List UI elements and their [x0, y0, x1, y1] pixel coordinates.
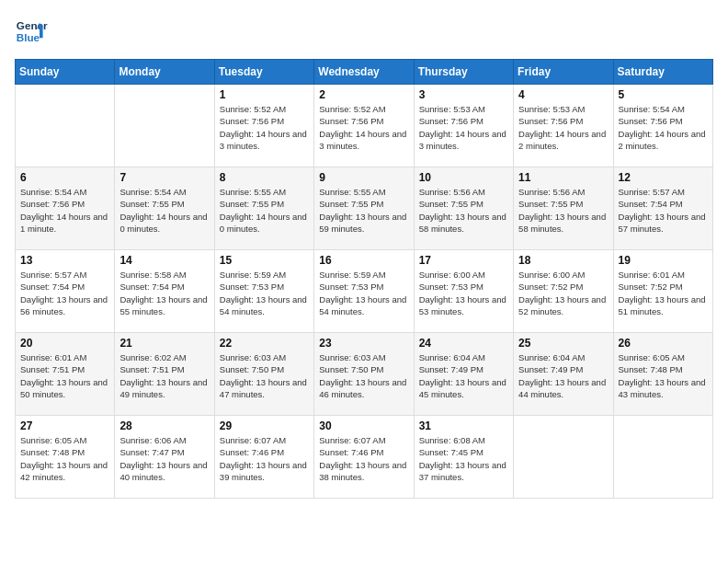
day-number: 19 — [619, 254, 708, 267]
calendar-day-cell: 2Sunrise: 5:52 AM Sunset: 7:56 PM Daylig… — [314, 85, 414, 167]
day-number: 17 — [419, 254, 508, 267]
day-info: Sunrise: 5:54 AM Sunset: 7:56 PM Dayligh… — [619, 103, 708, 152]
day-info: Sunrise: 5:53 AM Sunset: 7:56 PM Dayligh… — [518, 103, 608, 152]
day-info: Sunrise: 5:59 AM Sunset: 7:53 PM Dayligh… — [220, 269, 309, 317]
calendar-day-cell: 15Sunrise: 5:59 AM Sunset: 7:53 PM Dayli… — [214, 250, 313, 333]
day-number: 29 — [220, 419, 309, 432]
weekday-header-cell: Sunday — [16, 60, 115, 85]
day-info: Sunrise: 6:06 AM Sunset: 7:47 PM Dayligh… — [119, 434, 209, 483]
calendar-day-cell: 7Sunrise: 5:54 AM Sunset: 7:55 PM Daylig… — [115, 167, 214, 250]
logo: General Blue — [15, 15, 48, 48]
calendar-day-cell: 31Sunrise: 6:08 AM Sunset: 7:45 PM Dayli… — [414, 416, 513, 499]
day-number: 15 — [220, 254, 309, 267]
day-number: 18 — [518, 254, 608, 267]
day-number: 16 — [319, 254, 408, 267]
day-number: 11 — [518, 171, 608, 184]
day-number: 25 — [518, 337, 608, 350]
weekday-header-cell: Friday — [514, 60, 613, 85]
svg-text:Blue: Blue — [17, 31, 40, 43]
calendar-day-cell — [613, 416, 712, 499]
day-number: 7 — [119, 171, 209, 184]
calendar-day-cell: 30Sunrise: 6:07 AM Sunset: 7:46 PM Dayli… — [314, 416, 414, 499]
day-info: Sunrise: 5:57 AM Sunset: 7:54 PM Dayligh… — [619, 186, 708, 235]
day-number: 12 — [619, 171, 708, 184]
calendar-day-cell: 25Sunrise: 6:04 AM Sunset: 7:49 PM Dayli… — [514, 333, 613, 416]
day-number: 23 — [319, 337, 408, 350]
header: General Blue — [15, 15, 713, 48]
calendar-week-row: 20Sunrise: 6:01 AM Sunset: 7:51 PM Dayli… — [16, 333, 713, 416]
calendar-day-cell: 24Sunrise: 6:04 AM Sunset: 7:49 PM Dayli… — [414, 333, 513, 416]
day-info: Sunrise: 6:02 AM Sunset: 7:51 PM Dayligh… — [119, 351, 209, 400]
day-number: 8 — [220, 171, 309, 184]
calendar-day-cell: 18Sunrise: 6:00 AM Sunset: 7:52 PM Dayli… — [514, 250, 613, 333]
day-number: 1 — [220, 88, 309, 101]
calendar-day-cell: 16Sunrise: 5:59 AM Sunset: 7:53 PM Dayli… — [314, 250, 414, 333]
day-info: Sunrise: 5:54 AM Sunset: 7:55 PM Dayligh… — [119, 186, 209, 235]
day-info: Sunrise: 5:55 AM Sunset: 7:55 PM Dayligh… — [319, 186, 408, 235]
calendar-day-cell: 20Sunrise: 6:01 AM Sunset: 7:51 PM Dayli… — [16, 333, 115, 416]
calendar-day-cell: 9Sunrise: 5:55 AM Sunset: 7:55 PM Daylig… — [314, 167, 414, 250]
weekday-header-cell: Tuesday — [214, 60, 313, 85]
day-info: Sunrise: 5:54 AM Sunset: 7:56 PM Dayligh… — [20, 186, 109, 235]
calendar-day-cell: 8Sunrise: 5:55 AM Sunset: 7:55 PM Daylig… — [214, 167, 313, 250]
calendar-body: 1Sunrise: 5:52 AM Sunset: 7:56 PM Daylig… — [16, 85, 713, 499]
day-number: 6 — [20, 171, 109, 184]
calendar-day-cell: 21Sunrise: 6:02 AM Sunset: 7:51 PM Dayli… — [115, 333, 214, 416]
calendar-day-cell: 11Sunrise: 5:56 AM Sunset: 7:55 PM Dayli… — [514, 167, 613, 250]
day-info: Sunrise: 6:05 AM Sunset: 7:48 PM Dayligh… — [20, 434, 109, 483]
calendar-day-cell: 4Sunrise: 5:53 AM Sunset: 7:56 PM Daylig… — [514, 85, 613, 167]
day-info: Sunrise: 5:56 AM Sunset: 7:55 PM Dayligh… — [518, 186, 608, 235]
day-number: 30 — [319, 419, 408, 432]
calendar-day-cell: 29Sunrise: 6:07 AM Sunset: 7:46 PM Dayli… — [214, 416, 313, 499]
calendar-day-cell: 3Sunrise: 5:53 AM Sunset: 7:56 PM Daylig… — [414, 85, 513, 167]
calendar-day-cell: 1Sunrise: 5:52 AM Sunset: 7:56 PM Daylig… — [214, 85, 313, 167]
calendar-day-cell — [514, 416, 613, 499]
day-number: 2 — [319, 88, 408, 101]
day-number: 26 — [619, 337, 708, 350]
day-info: Sunrise: 6:04 AM Sunset: 7:49 PM Dayligh… — [518, 351, 608, 400]
day-info: Sunrise: 6:03 AM Sunset: 7:50 PM Dayligh… — [220, 351, 309, 400]
day-number: 10 — [419, 171, 508, 184]
day-info: Sunrise: 5:52 AM Sunset: 7:56 PM Dayligh… — [220, 103, 309, 152]
logo-icon: General Blue — [15, 15, 48, 48]
calendar-week-row: 13Sunrise: 5:57 AM Sunset: 7:54 PM Dayli… — [16, 250, 713, 333]
calendar-day-cell: 10Sunrise: 5:56 AM Sunset: 7:55 PM Dayli… — [414, 167, 513, 250]
svg-text:General: General — [17, 19, 48, 31]
day-number: 21 — [119, 337, 209, 350]
day-number: 13 — [20, 254, 109, 267]
calendar-day-cell: 5Sunrise: 5:54 AM Sunset: 7:56 PM Daylig… — [613, 85, 712, 167]
weekday-header-row: SundayMondayTuesdayWednesdayThursdayFrid… — [16, 60, 713, 85]
weekday-header-cell: Wednesday — [314, 60, 414, 85]
calendar-day-cell: 26Sunrise: 6:05 AM Sunset: 7:48 PM Dayli… — [613, 333, 712, 416]
day-info: Sunrise: 6:00 AM Sunset: 7:53 PM Dayligh… — [419, 269, 508, 317]
day-info: Sunrise: 5:57 AM Sunset: 7:54 PM Dayligh… — [20, 269, 109, 317]
day-info: Sunrise: 6:00 AM Sunset: 7:52 PM Dayligh… — [518, 269, 608, 317]
calendar-day-cell: 6Sunrise: 5:54 AM Sunset: 7:56 PM Daylig… — [16, 167, 115, 250]
day-info: Sunrise: 6:03 AM Sunset: 7:50 PM Dayligh… — [319, 351, 408, 400]
calendar-week-row: 6Sunrise: 5:54 AM Sunset: 7:56 PM Daylig… — [16, 167, 713, 250]
calendar-day-cell: 14Sunrise: 5:58 AM Sunset: 7:54 PM Dayli… — [115, 250, 214, 333]
day-info: Sunrise: 6:07 AM Sunset: 7:46 PM Dayligh… — [319, 434, 408, 483]
calendar-day-cell: 22Sunrise: 6:03 AM Sunset: 7:50 PM Dayli… — [214, 333, 313, 416]
day-info: Sunrise: 6:05 AM Sunset: 7:48 PM Dayligh… — [619, 351, 708, 400]
day-number: 3 — [419, 88, 508, 101]
day-number: 24 — [419, 337, 508, 350]
weekday-header-cell: Saturday — [613, 60, 712, 85]
calendar-week-row: 27Sunrise: 6:05 AM Sunset: 7:48 PM Dayli… — [16, 416, 713, 499]
weekday-header-cell: Thursday — [414, 60, 513, 85]
day-number: 27 — [20, 419, 109, 432]
day-info: Sunrise: 6:07 AM Sunset: 7:46 PM Dayligh… — [220, 434, 309, 483]
calendar-day-cell: 23Sunrise: 6:03 AM Sunset: 7:50 PM Dayli… — [314, 333, 414, 416]
day-info: Sunrise: 5:55 AM Sunset: 7:55 PM Dayligh… — [220, 186, 309, 235]
day-info: Sunrise: 6:08 AM Sunset: 7:45 PM Dayligh… — [419, 434, 508, 483]
day-number: 4 — [518, 88, 608, 101]
day-info: Sunrise: 6:01 AM Sunset: 7:52 PM Dayligh… — [619, 269, 708, 317]
day-number: 22 — [220, 337, 309, 350]
day-number: 28 — [119, 419, 209, 432]
day-info: Sunrise: 5:56 AM Sunset: 7:55 PM Dayligh… — [419, 186, 508, 235]
day-info: Sunrise: 5:58 AM Sunset: 7:54 PM Dayligh… — [119, 269, 209, 317]
calendar-day-cell: 19Sunrise: 6:01 AM Sunset: 7:52 PM Dayli… — [613, 250, 712, 333]
day-info: Sunrise: 6:01 AM Sunset: 7:51 PM Dayligh… — [20, 351, 109, 400]
day-info: Sunrise: 5:53 AM Sunset: 7:56 PM Dayligh… — [419, 103, 508, 152]
calendar-day-cell: 28Sunrise: 6:06 AM Sunset: 7:47 PM Dayli… — [115, 416, 214, 499]
